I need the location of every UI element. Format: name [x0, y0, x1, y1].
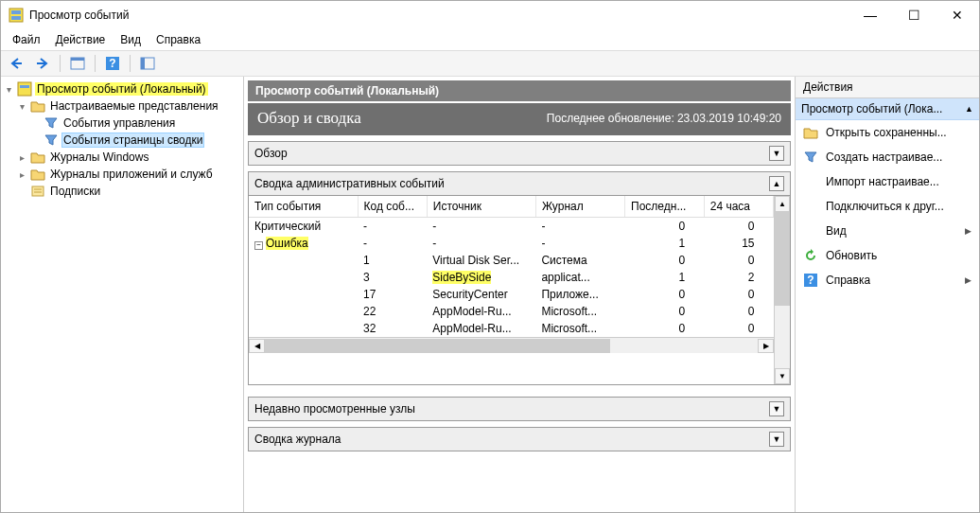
- chevron-down-icon[interactable]: ▼: [769, 432, 784, 447]
- action-create-custom[interactable]: Создать настраивае...: [796, 145, 979, 169]
- row-collapse-icon[interactable]: −: [254, 241, 263, 250]
- action-label: Вид: [826, 224, 847, 238]
- table-row[interactable]: Критический---00: [249, 218, 774, 236]
- tree-subscriptions[interactable]: Подписки: [3, 183, 241, 200]
- minimize-button[interactable]: —: [849, 1, 892, 29]
- col-type[interactable]: Тип события: [249, 196, 358, 218]
- subscription-icon: [30, 184, 45, 199]
- tree-custom-views[interactable]: ▾ Настраиваемые представления: [3, 97, 241, 115]
- actions-pane: Действия Просмотр событий (Лока... ▲ Отк…: [795, 77, 979, 512]
- section-recent-nodes[interactable]: Недавно просмотренные узлы ▼: [248, 397, 791, 421]
- svg-rect-2: [11, 16, 21, 20]
- menu-file[interactable]: Файл: [5, 33, 48, 46]
- tree-label: События управления: [61, 116, 177, 130]
- actions-header[interactable]: Просмотр событий (Лока... ▲: [796, 98, 979, 120]
- section-log-summary[interactable]: Сводка журнала ▼: [248, 427, 791, 451]
- tree-root[interactable]: ▾ Просмотр событий (Локальный): [3, 80, 241, 97]
- back-button[interactable]: [5, 53, 27, 74]
- window-title: Просмотр событий: [29, 9, 849, 22]
- tree-label: Настраиваемые представления: [48, 99, 220, 113]
- tree-mgmt-events[interactable]: События управления: [3, 115, 241, 132]
- admin-events-table: Тип события Код соб... Источник Журнал П…: [249, 196, 774, 337]
- action-label: Справка: [826, 274, 870, 287]
- table-row[interactable]: 32AppModel-Ru...Microsoft...00: [249, 320, 774, 337]
- table-row[interactable]: 1Virtual Disk Ser...Система00: [249, 252, 774, 269]
- scroll-up-icon[interactable]: ▲: [775, 196, 790, 212]
- main-pane: Просмотр событий (Локальный) Обзор и сво…: [244, 77, 795, 512]
- properties-button[interactable]: [136, 53, 159, 74]
- col-last[interactable]: Последн...: [625, 196, 705, 218]
- section-admin-summary[interactable]: Сводка административных событий ▲: [248, 171, 791, 196]
- scroll-down-icon[interactable]: ▼: [775, 368, 790, 384]
- panel2-icon: [140, 56, 155, 71]
- col-log[interactable]: Журнал: [535, 196, 624, 218]
- close-button[interactable]: ✕: [936, 1, 979, 29]
- tree-win-logs[interactable]: ▸ Журналы Windows: [3, 149, 241, 166]
- action-label: Создать настраивае...: [826, 150, 942, 164]
- help-button[interactable]: ?: [101, 53, 124, 74]
- admin-events-table-wrap: Тип события Код соб... Источник Журнал П…: [248, 196, 791, 385]
- overview-heading: Обзор и сводка: [257, 109, 361, 128]
- tree-app-services[interactable]: ▸ Журналы приложений и служб: [3, 166, 241, 183]
- action-refresh[interactable]: Обновить: [796, 243, 979, 268]
- scroll-right-icon[interactable]: ▶: [758, 339, 774, 353]
- section-overview[interactable]: Обзор ▼: [248, 141, 791, 166]
- collapse-icon[interactable]: ▲: [965, 104, 973, 114]
- col-source[interactable]: Источник: [427, 196, 535, 218]
- expand-icon[interactable]: ▸: [16, 169, 27, 180]
- scrollbar-thumb[interactable]: [265, 339, 610, 353]
- menu-view[interactable]: Вид: [113, 33, 149, 46]
- table-row[interactable]: 17SecurityCenterПриложе...00: [249, 286, 774, 303]
- folder-icon: [30, 167, 45, 182]
- section-title: Обзор: [254, 147, 769, 160]
- filter-icon: [44, 115, 59, 131]
- tree-label: Подписки: [48, 185, 102, 198]
- actions-header-label: Просмотр событий (Лока...: [801, 102, 965, 115]
- arrow-left-icon: [9, 56, 24, 71]
- action-open-saved[interactable]: Открыть сохраненны...: [796, 120, 979, 145]
- tree-root-label: Просмотр событий (Локальный): [35, 82, 208, 96]
- vertical-scrollbar[interactable]: ▲ ▼: [774, 196, 790, 384]
- action-help[interactable]: ? Справка ▶: [796, 268, 979, 292]
- tree-summary-events[interactable]: События страницы сводки: [3, 132, 241, 149]
- action-import-custom[interactable]: Импорт настраивае...: [796, 169, 979, 194]
- svg-rect-11: [32, 186, 44, 196]
- table-row[interactable]: 3SideBySideapplicat...12: [249, 269, 774, 286]
- arrow-right-icon: [35, 56, 50, 71]
- blank-icon: [803, 174, 818, 189]
- section-title: Недавно просмотренные узлы: [254, 402, 769, 416]
- expand-icon[interactable]: ▸: [16, 152, 27, 163]
- tree-pane: ▾ Просмотр событий (Локальный) ▾ Настраи…: [1, 77, 244, 512]
- col-code[interactable]: Код соб...: [358, 196, 427, 218]
- forward-button[interactable]: [31, 53, 54, 74]
- chevron-down-icon[interactable]: ▼: [769, 401, 784, 416]
- menu-help[interactable]: Справка: [149, 33, 208, 46]
- svg-text:?: ?: [109, 57, 115, 70]
- action-label: Импорт настраивае...: [826, 175, 939, 188]
- scroll-left-icon[interactable]: ◀: [249, 339, 265, 353]
- toolbar: ?: [1, 50, 979, 77]
- tree-label: События страницы сводки: [61, 133, 204, 148]
- collapse-icon[interactable]: ▾: [16, 101, 27, 112]
- collapse-icon[interactable]: ▾: [3, 84, 14, 95]
- eventviewer-icon: [17, 81, 32, 97]
- action-view[interactable]: Вид ▶: [796, 219, 979, 243]
- menu-action[interactable]: Действие: [48, 33, 114, 46]
- titlebar: Просмотр событий — ☐ ✕: [1, 1, 979, 29]
- chevron-up-icon[interactable]: ▲: [769, 176, 784, 191]
- table-row[interactable]: −Ошибка---115: [249, 235, 774, 252]
- col-24h[interactable]: 24 часа: [704, 196, 773, 218]
- blank-icon: [803, 199, 818, 214]
- horizontal-scrollbar[interactable]: ◀ ▶: [249, 337, 774, 353]
- maximize-button[interactable]: ☐: [892, 1, 936, 29]
- svg-rect-8: [141, 58, 145, 69]
- last-update: Последнее обновление: 23.03.2019 10:49:2…: [547, 112, 781, 125]
- svg-rect-10: [20, 85, 29, 88]
- scrollbar-thumb[interactable]: [775, 212, 790, 306]
- submenu-arrow-icon: ▶: [965, 226, 971, 236]
- show-tree-button[interactable]: [66, 53, 89, 74]
- open-icon: [803, 125, 818, 140]
- table-row[interactable]: 22AppModel-Ru...Microsoft...00: [249, 303, 774, 320]
- chevron-down-icon[interactable]: ▼: [769, 146, 784, 161]
- action-connect[interactable]: Подключиться к друг...: [796, 194, 979, 219]
